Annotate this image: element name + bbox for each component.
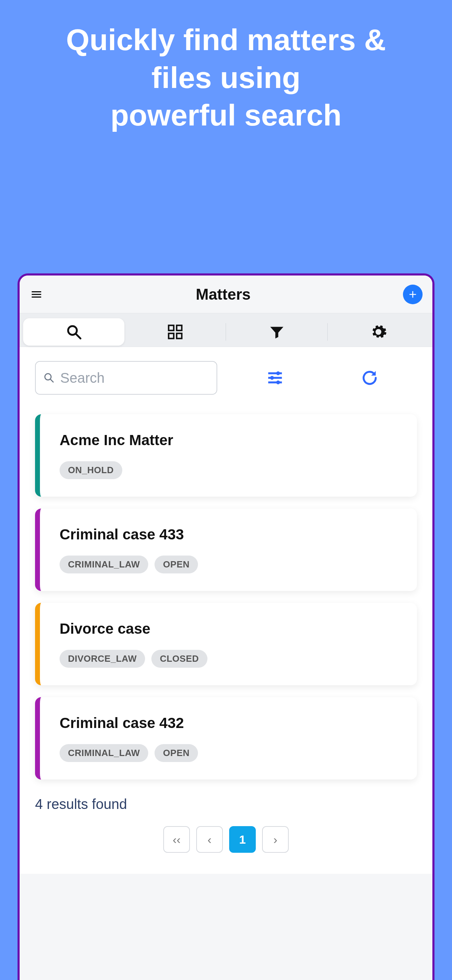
refresh-icon [361,369,379,387]
menu-button[interactable] [29,287,43,301]
matter-tag: CRIMINAL_LAW [60,555,148,573]
svg-rect-2 [169,325,174,331]
matter-title: Acme Inc Matter [60,432,403,449]
refresh-button[interactable] [361,369,379,387]
matter-card[interactable]: Divorce caseDIVORCE_LAWCLOSED [35,603,417,685]
search-row [35,361,417,395]
tab-grid[interactable] [124,318,226,345]
matter-tag: OPEN [154,555,198,573]
svg-point-12 [270,376,274,380]
matter-title: Criminal case 433 [60,526,403,543]
content-area: Acme Inc MatterON_HOLDCriminal case 433C… [20,347,432,874]
svg-point-6 [45,374,51,380]
sliders-icon [266,369,284,387]
search-field-wrapper[interactable] [35,361,217,395]
svg-rect-5 [177,333,182,339]
promo-headline: Quickly find matters & files using power… [0,0,452,134]
search-input[interactable] [60,370,210,386]
promo-headline-line3: powerful search [110,98,342,132]
page-title: Matters [196,286,251,303]
svg-point-11 [276,372,280,375]
matter-card[interactable]: Criminal case 433CRIMINAL_LAWOPEN [35,509,417,591]
svg-line-1 [76,334,81,339]
matter-tags: CRIMINAL_LAWOPEN [60,744,403,762]
search-icon [65,323,83,341]
page-next-button[interactable]: › [262,826,289,853]
matter-tags: ON_HOLD [60,461,403,479]
matter-tag: CLOSED [151,650,207,668]
tab-search[interactable] [23,318,124,345]
matter-tags: DIVORCE_LAWCLOSED [60,650,403,668]
matter-tag: ON_HOLD [60,461,122,479]
matter-tags: CRIMINAL_LAWOPEN [60,555,403,573]
svg-rect-3 [177,325,182,331]
matter-tag: DIVORCE_LAW [60,650,145,668]
matter-tag: OPEN [154,744,198,762]
grid-icon [166,323,184,341]
promo-headline-line2: files using [151,60,300,94]
matter-list: Acme Inc MatterON_HOLDCriminal case 433C… [35,414,417,780]
page-prev-button[interactable]: ‹ [196,826,223,853]
pagination: ‹‹ ‹ 1 › [35,826,417,853]
promo-headline-line1: Quickly find matters & [66,23,386,56]
matter-tag: CRIMINAL_LAW [60,744,148,762]
search-actions [228,369,417,387]
hamburger-icon [30,288,43,301]
page-current[interactable]: 1 [229,826,256,853]
results-count: 4 results found [35,796,417,812]
app-header: Matters [20,275,432,313]
app-frame: Matters [18,274,434,980]
gear-icon [370,323,387,341]
matter-title: Criminal case 432 [60,715,403,732]
page-first-button[interactable]: ‹‹ [163,826,190,853]
matter-title: Divorce case [60,620,403,637]
svg-point-13 [276,381,280,385]
tab-filter[interactable] [226,318,327,345]
plus-icon [407,289,419,300]
funnel-icon [268,323,286,341]
svg-rect-4 [169,333,174,339]
matter-card[interactable]: Criminal case 432CRIMINAL_LAWOPEN [35,697,417,780]
matter-card[interactable]: Acme Inc MatterON_HOLD [35,414,417,497]
search-icon [43,371,56,385]
adjust-filters-button[interactable] [266,369,284,387]
toolbar [20,313,432,347]
svg-line-7 [51,379,53,382]
add-button[interactable] [403,285,423,304]
tab-settings[interactable] [328,318,429,345]
